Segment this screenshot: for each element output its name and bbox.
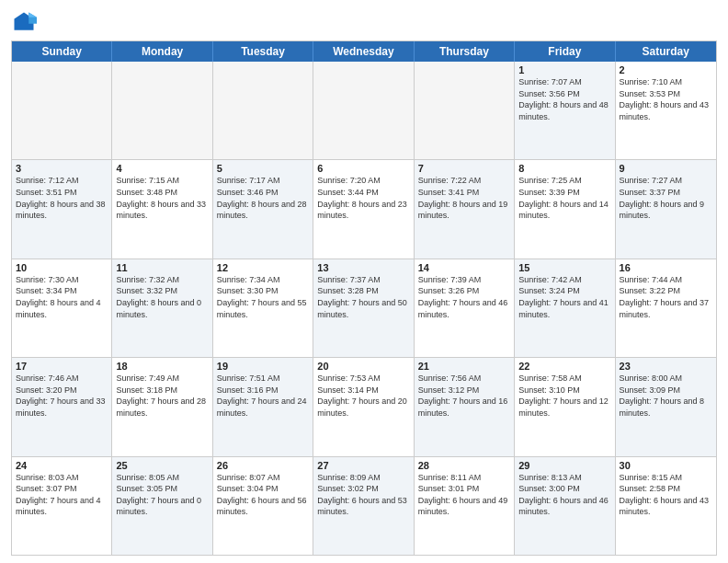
day-info: Sunrise: 8:09 AM Sunset: 3:02 PM Dayligh… xyxy=(317,472,409,518)
day-number: 11 xyxy=(116,262,208,273)
day-number: 21 xyxy=(418,361,510,372)
cal-row: 1Sunrise: 7:07 AM Sunset: 3:56 PM Daylig… xyxy=(12,62,716,160)
day-number: 17 xyxy=(16,361,108,372)
day-number: 10 xyxy=(16,262,108,273)
cal-cell: 21Sunrise: 7:56 AM Sunset: 3:12 PM Dayli… xyxy=(415,358,515,455)
day-info: Sunrise: 7:46 AM Sunset: 3:20 PM Dayligh… xyxy=(16,373,108,419)
cal-cell xyxy=(12,62,112,159)
cal-cell: 20Sunrise: 7:53 AM Sunset: 3:14 PM Dayli… xyxy=(313,358,414,455)
day-info: Sunrise: 7:20 AM Sunset: 3:44 PM Dayligh… xyxy=(317,175,409,221)
cal-cell xyxy=(415,62,515,159)
cal-cell: 13Sunrise: 7:37 AM Sunset: 3:28 PM Dayli… xyxy=(313,259,414,357)
day-number: 7 xyxy=(418,163,510,174)
day-number: 1 xyxy=(518,64,610,75)
day-number: 27 xyxy=(317,460,409,471)
cal-cell xyxy=(313,62,414,159)
day-info: Sunrise: 7:27 AM Sunset: 3:37 PM Dayligh… xyxy=(620,175,712,221)
day-info: Sunrise: 7:44 AM Sunset: 3:22 PM Dayligh… xyxy=(620,274,712,320)
day-info: Sunrise: 7:10 AM Sunset: 3:53 PM Dayligh… xyxy=(620,76,712,122)
day-info: Sunrise: 8:03 AM Sunset: 3:07 PM Dayligh… xyxy=(16,472,108,518)
day-number: 14 xyxy=(418,262,510,273)
day-number: 12 xyxy=(217,262,309,273)
cal-cell: 17Sunrise: 7:46 AM Sunset: 3:20 PM Dayli… xyxy=(12,358,112,455)
logo xyxy=(11,9,40,35)
cal-cell: 4Sunrise: 7:15 AM Sunset: 3:48 PM Daylig… xyxy=(112,160,212,258)
cal-cell: 28Sunrise: 8:11 AM Sunset: 3:01 PM Dayli… xyxy=(415,457,515,555)
cal-cell: 23Sunrise: 8:00 AM Sunset: 3:09 PM Dayli… xyxy=(616,358,716,455)
cal-cell: 7Sunrise: 7:22 AM Sunset: 3:41 PM Daylig… xyxy=(415,160,515,258)
cal-header-cell: Thursday xyxy=(415,41,515,62)
cal-cell: 6Sunrise: 7:20 AM Sunset: 3:44 PM Daylig… xyxy=(313,160,414,258)
cal-cell: 16Sunrise: 7:44 AM Sunset: 3:22 PM Dayli… xyxy=(616,259,716,357)
day-info: Sunrise: 7:51 AM Sunset: 3:16 PM Dayligh… xyxy=(217,373,309,419)
cal-header-cell: Tuesday xyxy=(213,41,313,62)
cal-cell: 3Sunrise: 7:12 AM Sunset: 3:51 PM Daylig… xyxy=(12,160,112,258)
cal-cell: 24Sunrise: 8:03 AM Sunset: 3:07 PM Dayli… xyxy=(12,457,112,555)
cal-row: 17Sunrise: 7:46 AM Sunset: 3:20 PM Dayli… xyxy=(12,358,716,456)
logo-icon xyxy=(11,9,37,35)
calendar-body: 1Sunrise: 7:07 AM Sunset: 3:56 PM Daylig… xyxy=(12,62,716,555)
day-info: Sunrise: 7:39 AM Sunset: 3:26 PM Dayligh… xyxy=(418,274,510,320)
cal-cell: 26Sunrise: 8:07 AM Sunset: 3:04 PM Dayli… xyxy=(213,457,313,555)
day-info: Sunrise: 8:07 AM Sunset: 3:04 PM Dayligh… xyxy=(217,472,309,518)
day-info: Sunrise: 7:25 AM Sunset: 3:39 PM Dayligh… xyxy=(518,175,610,221)
day-number: 23 xyxy=(620,361,712,372)
day-info: Sunrise: 7:49 AM Sunset: 3:18 PM Dayligh… xyxy=(116,373,208,419)
page: SundayMondayTuesdayWednesdayThursdayFrid… xyxy=(0,0,728,563)
day-number: 9 xyxy=(620,163,712,174)
cal-header-cell: Sunday xyxy=(12,41,112,62)
day-number: 26 xyxy=(217,460,309,471)
cal-cell: 10Sunrise: 7:30 AM Sunset: 3:34 PM Dayli… xyxy=(12,259,112,357)
day-info: Sunrise: 8:05 AM Sunset: 3:05 PM Dayligh… xyxy=(116,472,208,518)
cal-cell: 1Sunrise: 7:07 AM Sunset: 3:56 PM Daylig… xyxy=(515,62,615,159)
day-number: 28 xyxy=(418,460,510,471)
day-number: 13 xyxy=(317,262,409,273)
day-info: Sunrise: 7:42 AM Sunset: 3:24 PM Dayligh… xyxy=(518,274,610,320)
calendar-header-row: SundayMondayTuesdayWednesdayThursdayFrid… xyxy=(12,41,716,62)
cal-cell: 27Sunrise: 8:09 AM Sunset: 3:02 PM Dayli… xyxy=(313,457,414,555)
day-number: 29 xyxy=(518,460,610,471)
day-number: 22 xyxy=(518,361,610,372)
cal-row: 10Sunrise: 7:30 AM Sunset: 3:34 PM Dayli… xyxy=(12,259,716,358)
calendar: SundayMondayTuesdayWednesdayThursdayFrid… xyxy=(11,40,717,556)
cal-cell: 2Sunrise: 7:10 AM Sunset: 3:53 PM Daylig… xyxy=(616,62,716,159)
cal-cell: 29Sunrise: 8:13 AM Sunset: 3:00 PM Dayli… xyxy=(515,457,615,555)
cal-cell: 18Sunrise: 7:49 AM Sunset: 3:18 PM Dayli… xyxy=(112,358,212,455)
cal-cell xyxy=(213,62,313,159)
day-number: 16 xyxy=(620,262,712,273)
cal-header-cell: Friday xyxy=(515,41,615,62)
cal-cell: 9Sunrise: 7:27 AM Sunset: 3:37 PM Daylig… xyxy=(616,160,716,258)
cal-cell: 25Sunrise: 8:05 AM Sunset: 3:05 PM Dayli… xyxy=(112,457,212,555)
day-info: Sunrise: 7:58 AM Sunset: 3:10 PM Dayligh… xyxy=(518,373,610,419)
svg-marker-2 xyxy=(28,13,37,17)
day-number: 3 xyxy=(16,163,108,174)
day-info: Sunrise: 8:15 AM Sunset: 2:58 PM Dayligh… xyxy=(620,472,712,518)
cal-header-cell: Saturday xyxy=(616,41,716,62)
day-info: Sunrise: 8:00 AM Sunset: 3:09 PM Dayligh… xyxy=(620,373,712,419)
cal-cell: 5Sunrise: 7:17 AM Sunset: 3:46 PM Daylig… xyxy=(213,160,313,258)
day-number: 20 xyxy=(317,361,409,372)
header xyxy=(11,9,717,35)
day-number: 4 xyxy=(116,163,208,174)
cal-cell xyxy=(112,62,212,159)
day-info: Sunrise: 7:56 AM Sunset: 3:12 PM Dayligh… xyxy=(418,373,510,419)
day-info: Sunrise: 7:22 AM Sunset: 3:41 PM Dayligh… xyxy=(418,175,510,221)
day-info: Sunrise: 8:13 AM Sunset: 3:00 PM Dayligh… xyxy=(518,472,610,518)
day-info: Sunrise: 7:15 AM Sunset: 3:48 PM Dayligh… xyxy=(116,175,208,221)
day-number: 5 xyxy=(217,163,309,174)
cal-header-cell: Monday xyxy=(112,41,212,62)
cal-cell: 8Sunrise: 7:25 AM Sunset: 3:39 PM Daylig… xyxy=(515,160,615,258)
day-number: 8 xyxy=(518,163,610,174)
day-info: Sunrise: 7:12 AM Sunset: 3:51 PM Dayligh… xyxy=(16,175,108,221)
day-info: Sunrise: 8:11 AM Sunset: 3:01 PM Dayligh… xyxy=(418,472,510,518)
day-number: 15 xyxy=(518,262,610,273)
day-info: Sunrise: 7:07 AM Sunset: 3:56 PM Dayligh… xyxy=(518,76,610,122)
cal-cell: 11Sunrise: 7:32 AM Sunset: 3:32 PM Dayli… xyxy=(112,259,212,357)
cal-header-cell: Wednesday xyxy=(313,41,414,62)
cal-cell: 22Sunrise: 7:58 AM Sunset: 3:10 PM Dayli… xyxy=(515,358,615,455)
cal-row: 3Sunrise: 7:12 AM Sunset: 3:51 PM Daylig… xyxy=(12,160,716,259)
cal-cell: 15Sunrise: 7:42 AM Sunset: 3:24 PM Dayli… xyxy=(515,259,615,357)
day-number: 25 xyxy=(116,460,208,471)
day-number: 6 xyxy=(317,163,409,174)
day-info: Sunrise: 7:32 AM Sunset: 3:32 PM Dayligh… xyxy=(116,274,208,320)
